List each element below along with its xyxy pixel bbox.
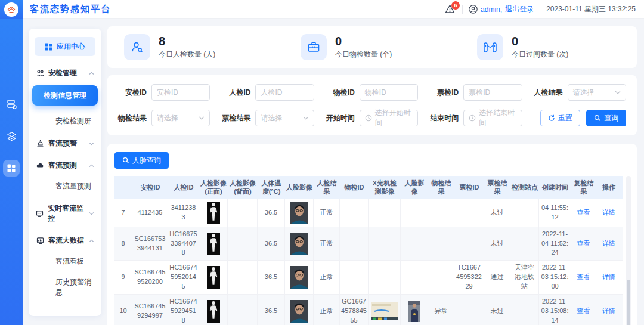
sidebar-group-label: 实时客流监控 <box>48 203 89 224</box>
cell-face2 <box>401 261 428 294</box>
sidebar-group-label: 客流预警 <box>48 138 77 148</box>
forecast-cloud-icon <box>36 162 44 170</box>
chevron-up-icon <box>89 72 94 75</box>
face-search-button[interactable]: 人脸查询 <box>114 152 169 169</box>
user-avatar-icon <box>469 5 478 14</box>
view-link[interactable]: 查看 <box>577 208 590 218</box>
开始时间-time-picker[interactable]: 选择开始时间 <box>360 110 418 126</box>
sidebar-item-检测信息管理-active[interactable]: 检测信息管理 <box>32 85 98 106</box>
left-rail <box>0 19 23 325</box>
layers-icon[interactable] <box>3 128 20 144</box>
cell-renjian_id: HC1667459520145 <box>168 261 199 294</box>
column-header-检测站点: 检测站点 <box>510 176 539 199</box>
select-placeholder: 请选择 <box>573 88 595 98</box>
filter-label: 票检结果 <box>216 113 250 123</box>
logout-link[interactable]: 退出登录 <box>505 4 534 14</box>
cell-renjian_result: 正常 <box>314 261 340 294</box>
body-scan-image <box>207 266 220 289</box>
view-link[interactable]: 查看 <box>577 307 590 316</box>
人检ID-input[interactable]: 人检ID <box>255 84 314 101</box>
column-header-物检结果: 物检结果 <box>428 176 454 199</box>
face-photo <box>290 266 308 289</box>
cell-face <box>285 261 314 294</box>
page-title: 客流态势感知平台 <box>30 4 111 15</box>
cell-idx: 8 <box>114 227 132 261</box>
alarm-bell-icon[interactable]: 6 <box>444 4 456 16</box>
detail-link[interactable]: 详情 <box>602 239 615 249</box>
filter-item-结束时间: 结束时间选择结束时间 <box>424 110 522 126</box>
cell-xray <box>369 295 401 325</box>
detail-link[interactable]: 详情 <box>602 307 615 316</box>
cell-wujian_id <box>340 199 369 227</box>
search-button[interactable]: 查询 <box>586 110 626 126</box>
filter-item-安检ID: 安检ID安检ID <box>112 84 210 101</box>
sidebar-item-app-center[interactable]: 应用中心 <box>35 37 95 56</box>
sidebar-group-客流大数据[interactable]: 客流大数据 <box>35 236 95 246</box>
alert-icon <box>36 140 44 148</box>
stat-今日过闸数量 (次): 0今日过闸数量 (次) <box>460 34 637 60</box>
stat-label: 今日物检数量 (个) <box>335 49 392 60</box>
filter-label: 物检ID <box>320 88 355 98</box>
cell-op: 详情 <box>596 295 621 325</box>
turnstile-gate-icon <box>477 34 503 60</box>
cell-anjian_id: SC1667459520200 <box>132 261 168 294</box>
cell-scan_front <box>199 199 228 227</box>
server-settings-icon[interactable] <box>3 95 20 112</box>
cell-op: 详情 <box>596 261 621 294</box>
cell-recheck: 查看 <box>571 227 596 261</box>
column-header-人检ID: 人检ID <box>168 176 199 199</box>
cell-op: 详情 <box>596 227 621 261</box>
table-scrollbar[interactable] <box>626 176 631 325</box>
sidebar-group-客流预警[interactable]: 客流预警 <box>35 138 95 148</box>
view-link[interactable]: 查看 <box>577 273 590 282</box>
filter-label: 物检结果 <box>112 113 147 123</box>
filter-item-人检ID: 人检ID人检ID <box>216 84 314 101</box>
detail-link[interactable]: 详情 <box>602 273 615 282</box>
票检ID-input[interactable]: 票检ID <box>463 84 522 101</box>
column-header-创建时间: 创建时间 <box>539 176 571 199</box>
view-link[interactable]: 查看 <box>577 239 590 249</box>
input-placeholder: 人检ID <box>261 88 282 98</box>
chevron-down-icon <box>199 116 205 120</box>
cell-wujian_id <box>340 261 369 294</box>
cell-idx: 9 <box>114 261 132 294</box>
人检结果-select[interactable]: 请选择 <box>568 84 626 101</box>
stat-label: 今日过闸数量 (次) <box>512 49 568 60</box>
sidebar-item-安检检测屏[interactable]: 安检检测屏 <box>35 116 95 126</box>
divider <box>462 5 463 14</box>
cell-piaojian_result: 未过 <box>484 227 510 261</box>
结束时间-time-picker[interactable]: 选择结束时间 <box>463 110 522 126</box>
物检ID-input[interactable]: 物检ID <box>360 84 418 101</box>
cell-recheck: 查看 <box>571 261 596 294</box>
datetime-display: 2023-01-11 星期三 13:32:25 <box>546 4 636 14</box>
sidebar-group-安检管理[interactable]: 安检管理 <box>35 68 95 78</box>
sidebar-item-客流看板[interactable]: 客流看板 <box>35 256 95 267</box>
monitor-icon <box>36 209 44 218</box>
scrollbar-thumb[interactable] <box>627 280 630 325</box>
票检结果-select[interactable]: 请选择 <box>255 110 314 126</box>
apps-grid-icon[interactable] <box>3 160 20 177</box>
chevron-up-icon <box>89 164 94 168</box>
sidebar-group-客流预测[interactable]: 客流预测 <box>35 160 95 171</box>
cell-temp: 36.5 <box>258 227 285 261</box>
reset-button[interactable]: 重置 <box>540 110 580 126</box>
cell-idx: 10 <box>114 295 132 325</box>
cell-wujian_id <box>340 227 369 261</box>
body-scan-image <box>207 300 220 323</box>
cell-recheck: 查看 <box>571 199 596 227</box>
物检结果-select[interactable]: 请选择 <box>151 110 210 126</box>
cell-wujian_result <box>428 199 454 227</box>
chevron-down-icon <box>89 212 94 215</box>
cell-anjian_id: SC1667533944131 <box>132 227 168 261</box>
cell-renjian_result: 正常 <box>314 199 340 227</box>
cell-xray <box>369 199 401 227</box>
detail-link[interactable]: 详情 <box>602 208 615 218</box>
sidebar-group-实时客流监控[interactable]: 实时客流监控 <box>35 203 95 224</box>
cell-created: 04 11:55:12 <box>539 199 571 227</box>
sidebar-item-客流量预测[interactable]: 客流量预测 <box>35 181 95 191</box>
sidebar-item-历史预警消息[interactable]: 历史预警消息 <box>35 277 95 298</box>
table-card: 人脸查询 安检ID人检ID人检影像(正面)人检影像(背面)人体温度(°C)人脸影… <box>107 144 637 325</box>
alarm-count-badge: 6 <box>451 1 460 10</box>
cell-created: 2022-11-04 11:52:24 <box>539 227 571 261</box>
安检ID-input[interactable]: 安检ID <box>151 84 210 101</box>
